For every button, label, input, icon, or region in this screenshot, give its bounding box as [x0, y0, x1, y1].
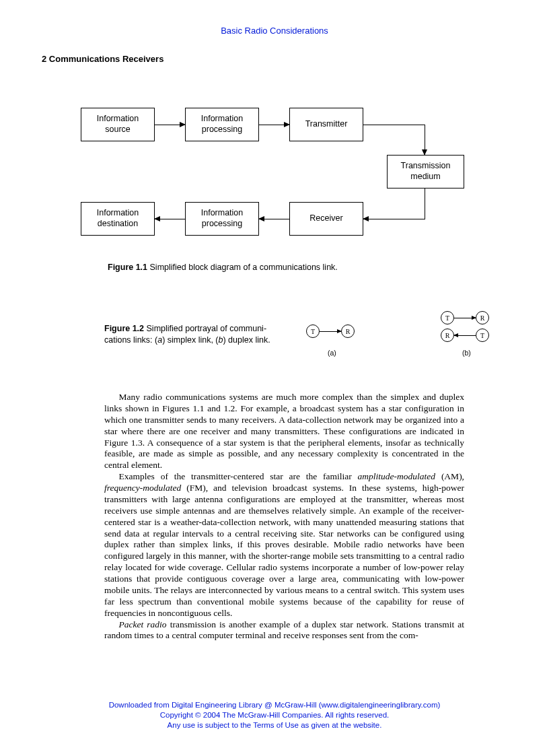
box-info-destination: Informationdestination — [81, 202, 155, 236]
arrow-icon — [454, 318, 476, 318]
label-b: (b) — [462, 349, 471, 357]
box-transmission-medium: Transmissionmedium — [387, 155, 464, 188]
figure-1-1: Informationsource Informationprocessing … — [81, 94, 498, 249]
arrow-icon — [259, 125, 289, 125]
box-info-source: Informationsource — [81, 108, 155, 141]
body-text: Many radio communications systems are mu… — [104, 392, 464, 642]
box-receiver: Receiver — [289, 202, 363, 236]
box-info-processing-bottom: Informationprocessing — [185, 202, 259, 236]
arrow-icon — [259, 219, 289, 219]
label-a: (a) — [328, 349, 336, 357]
footer-line: Any use is subject to the Terms of Use a… — [0, 720, 549, 730]
arrow-icon — [155, 219, 185, 219]
arrow-icon — [425, 125, 425, 155]
diagram-duplex: T R R T (b) — [441, 311, 501, 365]
arrow-icon — [425, 188, 425, 219]
arrow-icon — [363, 125, 425, 125]
box-info-processing-top: Informationprocessing — [185, 108, 259, 141]
arrow-icon — [363, 219, 425, 219]
node-r: R — [441, 329, 454, 342]
node-t: T — [306, 324, 320, 338]
paragraph: Packet radio transmission is another exa… — [104, 619, 464, 642]
arrow-icon — [454, 335, 476, 336]
arrow-icon — [320, 331, 341, 332]
node-r: R — [341, 324, 355, 338]
figure-caption-text: Simplified block diagram of a communicat… — [147, 263, 338, 272]
section-title: Communications Receivers — [49, 54, 164, 64]
section-header: 2 Communications Receivers — [42, 54, 163, 64]
figure-label: Figure 1.1 — [108, 263, 147, 272]
block-diagram: Informationsource Informationprocessing … — [81, 94, 498, 249]
page-footer: Downloaded from Digital Engineering Libr… — [0, 700, 549, 730]
figure-1-2: Figure 1.2 Simplified portrayal of commu… — [104, 318, 501, 372]
figure-1-1-caption: Figure 1.1 Simplified block diagram of a… — [108, 263, 338, 272]
paragraph: Examples of the transmitter-centered sta… — [104, 471, 464, 619]
diagram-simplex: T R (a) — [306, 324, 367, 365]
footer-line: Copyright © 2004 The McGraw-Hill Compani… — [0, 710, 549, 720]
node-t: T — [476, 329, 489, 342]
footer-line: Downloaded from Digital Engineering Libr… — [0, 700, 549, 710]
section-number: 2 — [42, 54, 46, 64]
figure-label: Figure 1.2 — [104, 324, 144, 333]
figure-1-2-caption: Figure 1.2 Simplified portrayal of commu… — [104, 323, 289, 346]
box-transmitter: Transmitter — [289, 108, 363, 141]
node-r: R — [476, 311, 489, 324]
page-header: Basic Radio Considerations — [0, 26, 549, 36]
node-t: T — [441, 311, 454, 324]
arrow-icon — [155, 125, 185, 125]
paragraph: Many radio communications systems are mu… — [104, 392, 464, 471]
